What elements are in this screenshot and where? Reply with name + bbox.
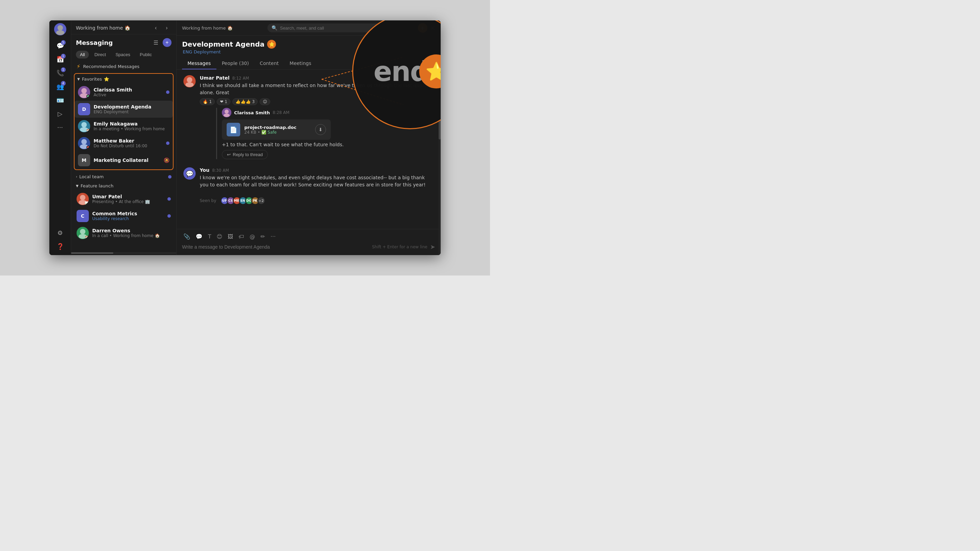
chat-subtitle: ENG Deployment [182, 49, 435, 54]
conv-name: Darren Owens [92, 228, 171, 233]
whiteboard-icon[interactable]: ✏ [259, 233, 266, 240]
file-download-btn[interactable]: ⬇ [315, 124, 326, 135]
svg-point-12 [187, 77, 192, 83]
message-content: Umar Patel 8:12 AM I think we should all… [200, 75, 434, 162]
conv-name: Development Agenda [94, 104, 169, 110]
file-meta: 24 KB • ✅ Safe [244, 130, 311, 135]
status-emoji: 📊 [85, 202, 89, 205]
feature-launch-label: Feature launch [81, 183, 114, 189]
scrollbar[interactable] [439, 71, 441, 255]
file-name: project-roadmap.doc [244, 125, 311, 130]
close-btn[interactable]: ✕ [430, 24, 435, 32]
settings-nav-icon[interactable]: ⚙️ [54, 227, 66, 239]
favorites-section: ▼ Favorites ⭐ Clarissa Smith [74, 73, 173, 170]
conv-name: Umar Patel [92, 194, 165, 199]
teams-nav-icon[interactable]: 👥 4 [54, 80, 66, 92]
more-tools-icon[interactable]: ··· [269, 233, 277, 240]
reply-to-thread-btn[interactable]: ↩ Reply to thread [222, 150, 268, 159]
tab-all[interactable]: All [76, 51, 89, 59]
tab-messages[interactable]: Messages [182, 58, 216, 69]
nav-back-btn[interactable]: ‹ [151, 23, 161, 33]
you-avatar: 💬 [183, 167, 196, 179]
avatar: C [76, 210, 89, 222]
feature-launch-section[interactable]: ▼ Feature launch [73, 181, 174, 191]
reaction[interactable]: 🔥 1 [200, 98, 215, 105]
format-icon[interactable]: T [207, 233, 213, 240]
favorites-chevron: ▼ [77, 77, 80, 81]
reaction[interactable]: ❤️ 1 [217, 98, 231, 105]
top-bar: Working from home 🏠 🔍 + ✕ [177, 21, 441, 36]
list-item[interactable]: D Development Agenda ENG Deployment [75, 101, 173, 118]
chat-badge: 5 [61, 40, 66, 45]
filter-icon-btn[interactable]: ☰ [151, 38, 161, 47]
add-btn[interactable]: + [418, 23, 427, 33]
list-item[interactable]: Matthew Baker Do Not Disturb until 16:00 [75, 135, 173, 152]
chat-nav-icon[interactable]: 💬 5 [54, 40, 66, 52]
tab-meetings[interactable]: Meetings [284, 58, 317, 69]
send-btn[interactable]: ➤ [430, 243, 435, 250]
conv-info: Darren Owens In a call • Working from ho… [92, 228, 171, 238]
emoji-icon[interactable]: 😊 [215, 233, 224, 240]
tab-spaces[interactable]: Spaces [111, 51, 134, 59]
svg-point-13 [185, 82, 194, 87]
tab-direct[interactable]: Direct [90, 51, 110, 59]
message-input-area: 📎 💬 T 😊 🖼 🏷 @ ✏ ··· Shift + Enter for a … [177, 229, 441, 255]
conv-name: Matthew Baker [94, 138, 164, 143]
message-content: You 8:30 AM I know we're on tight schedu… [200, 167, 434, 189]
local-team-section[interactable]: › Local team [73, 172, 174, 181]
avatar [78, 137, 90, 149]
recommended-section[interactable]: ⚡ Recommended Messages [73, 61, 174, 72]
tab-content[interactable]: Content [254, 58, 284, 69]
search-input[interactable] [280, 25, 379, 30]
seen-avatars: UP CS MB EN DO PK +2 [221, 197, 266, 205]
star-badge[interactable]: ⭐ [267, 40, 276, 49]
calls-nav-icon[interactable]: 📞 1 [54, 67, 66, 79]
svg-point-14 [224, 110, 229, 114]
tab-public[interactable]: Public [136, 51, 156, 59]
reaction[interactable]: 😊 [259, 98, 270, 105]
input-row: Shift + Enter for a new line ➤ [182, 243, 435, 250]
list-item[interactable]: 📊 Umar Patel Presenting • At the office … [73, 191, 174, 208]
favorites-header[interactable]: ▼ Favorites ⭐ [75, 75, 173, 84]
message-input[interactable] [182, 244, 369, 250]
avatar-initial: C [81, 213, 84, 219]
list-item[interactable]: 🏠 Emily Nakagawa In a meeting • Working … [75, 118, 173, 135]
svg-point-2 [81, 88, 87, 94]
svg-point-8 [80, 195, 86, 200]
mention-icon[interactable]: @ [248, 233, 256, 240]
gif-icon[interactable]: 💬 [194, 233, 204, 240]
list-item[interactable]: 🏠 Darren Owens In a call • Working from … [73, 224, 174, 241]
sidebar-header: Messaging ☰ + [71, 34, 176, 49]
image-icon[interactable]: 🖼 [226, 233, 234, 240]
file-icon: 📄 [227, 123, 240, 137]
conv-name: Marketing Collateral [94, 157, 162, 163]
tab-people[interactable]: People (30) [216, 58, 255, 69]
list-item[interactable]: M Marketing Collateral 🔕 [75, 152, 173, 169]
message-text: I think we should all take a moment to r… [200, 82, 434, 96]
svg-point-4 [81, 122, 87, 127]
search-bar[interactable]: 🔍 [267, 24, 383, 32]
icon-rail: 💬 5 📅 1 📞 1 👥 4 🪪 ▷ ··· [49, 21, 71, 255]
avatar [78, 86, 90, 98]
conv-info: Emily Nakagawa In a meeting • Working fr… [94, 121, 169, 131]
avatar: 🏠 [78, 120, 90, 132]
user-avatar[interactable] [54, 23, 66, 35]
list-item[interactable]: C Common Metrics Usability research [73, 208, 174, 224]
conv-info: Marketing Collateral [94, 157, 162, 163]
list-item[interactable]: Clarissa Smith Active [75, 84, 173, 101]
activity-nav-icon[interactable]: ▷ [54, 108, 66, 120]
new-message-btn[interactable]: + [163, 38, 172, 47]
message-text: I know we're on tight schedules, and eve… [200, 174, 434, 189]
attach-icon[interactable]: 📎 [182, 233, 192, 240]
nav-forward-btn[interactable]: › [162, 23, 172, 33]
calendar-nav-icon[interactable]: 📅 1 [54, 53, 66, 65]
contacts-nav-icon[interactable]: 🪪 [54, 94, 66, 106]
file-size: 24 KB [244, 130, 256, 135]
more-nav-icon[interactable]: ··· [54, 121, 66, 133]
reply-avatar [222, 108, 231, 118]
sticker-icon[interactable]: 🏷 [237, 233, 245, 240]
favorites-star-icon: ⭐ [104, 76, 109, 82]
reaction[interactable]: 👍👍👍 3 [232, 98, 258, 105]
help-nav-icon[interactable]: ❓ [54, 240, 66, 252]
conv-info: Matthew Baker Do Not Disturb until 16:00 [94, 138, 164, 148]
